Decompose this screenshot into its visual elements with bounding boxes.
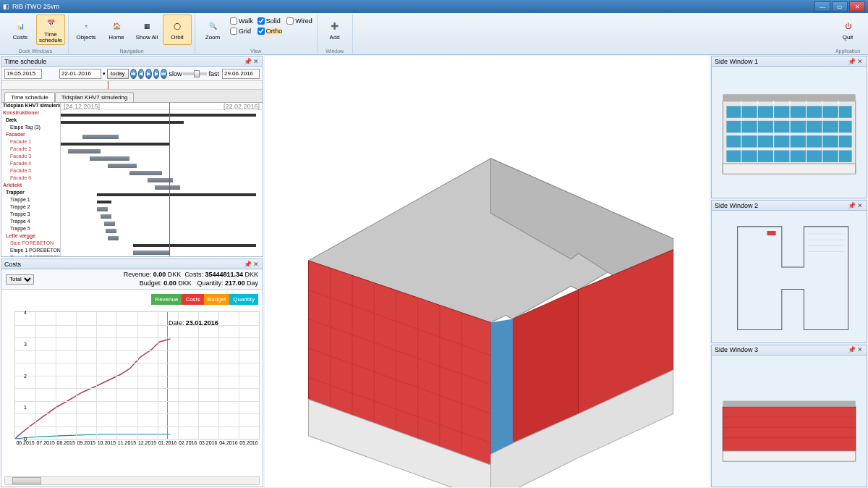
- gantt-row[interactable]: Arkitekt: [1, 182, 60, 190]
- gantt-bar[interactable]: [97, 201, 111, 203]
- gantt-row[interactable]: Stue POREBETON: [1, 240, 60, 248]
- nav-first-button[interactable]: ⏮: [130, 69, 137, 79]
- gantt-row[interactable]: Trappe 4: [1, 219, 60, 226]
- side-view-3[interactable]: [712, 356, 867, 487]
- gantt-row[interactable]: Facade 4: [1, 161, 60, 168]
- gantt-bar[interactable]: [61, 121, 184, 124]
- gantt-bar[interactable]: [97, 193, 256, 196]
- gantt-row[interactable]: Trappe 3: [1, 211, 60, 219]
- close-icon[interactable]: ✕: [252, 58, 260, 65]
- nav-prev-button[interactable]: ◀: [138, 69, 145, 79]
- gantt-bar[interactable]: [133, 251, 169, 255]
- close-icon[interactable]: ✕: [856, 346, 864, 353]
- svg-rect-38: [723, 406, 855, 450]
- wired-checkbox[interactable]: Wired: [286, 17, 312, 25]
- minimize-button[interactable]: —: [814, 1, 830, 12]
- objects-button[interactable]: ▫Objects: [72, 14, 101, 45]
- gantt-bar[interactable]: [82, 135, 119, 139]
- costs-chart[interactable]: RevenueCostsBudgetQuantity Date: 23.01.2…: [1, 290, 263, 487]
- pin-icon[interactable]: 📌: [848, 202, 855, 209]
- maximize-button[interactable]: ▭: [832, 1, 848, 12]
- nav-next-button[interactable]: ▶: [153, 69, 160, 79]
- gantt-bar[interactable]: [106, 229, 116, 233]
- pin-icon[interactable]: 📌: [848, 346, 855, 353]
- add-window-button[interactable]: ➕Add: [320, 14, 349, 45]
- pin-icon[interactable]: 📌: [244, 58, 251, 65]
- total-select[interactable]: Total: [6, 274, 34, 285]
- gantt-bar[interactable]: [108, 164, 137, 168]
- show-all-button[interactable]: ▦Show All: [132, 14, 161, 45]
- gantt-bar[interactable]: [108, 236, 119, 240]
- home-button[interactable]: 🏠Home: [102, 14, 131, 45]
- svg-rect-20: [723, 94, 855, 101]
- gantt-row[interactable]: Facade 5: [1, 168, 60, 175]
- grid-checkbox[interactable]: Grid: [230, 28, 253, 35]
- gantt-row[interactable]: Trappe 1: [1, 197, 60, 204]
- side-window-1: Side Window 1📌✕: [711, 56, 867, 198]
- gantt-row[interactable]: Lette vægge: [1, 233, 60, 240]
- gantt-row[interactable]: Trappe 2: [1, 204, 60, 211]
- nav-play-button[interactable]: ▶: [145, 69, 152, 79]
- horizontal-scrollbar[interactable]: [4, 476, 260, 485]
- close-icon[interactable]: ✕: [856, 202, 864, 209]
- gantt-bar[interactable]: [101, 214, 111, 219]
- pin-icon[interactable]: 📌: [244, 261, 251, 268]
- speed-slider[interactable]: [183, 72, 207, 75]
- gantt-row[interactable]: Trapper: [1, 190, 60, 197]
- gantt-row[interactable]: Trappe 5: [1, 226, 60, 233]
- gantt-tree[interactable]: Tidsplan KHV7 simuleringKonstruktionerDæ…: [1, 103, 61, 256]
- close-icon[interactable]: ✕: [252, 261, 260, 268]
- zoom-icon: 🔍: [205, 19, 220, 33]
- orbit-button[interactable]: ◯Orbit: [163, 14, 192, 45]
- walk-checkbox[interactable]: Walk: [230, 17, 253, 25]
- panel-title: Time schedule: [4, 58, 46, 65]
- nav-last-button[interactable]: ⏭: [161, 69, 167, 79]
- gantt-row[interactable]: Tidsplan KHV7 simulering: [1, 103, 60, 110]
- gantt-bar[interactable]: [155, 185, 180, 190]
- gantt-row[interactable]: Etape 1 POREBETON: [1, 248, 60, 255]
- gantt-row[interactable]: Etape 2 POREBETON: [1, 255, 60, 256]
- costs-stats: Revenue: 0.00 DKK Costs: 35444811.34 DKK…: [124, 271, 258, 287]
- side-view-1[interactable]: [712, 67, 867, 198]
- gantt-row[interactable]: Konstruktioner: [1, 110, 60, 117]
- svg-rect-32: [723, 164, 855, 174]
- gantt-row[interactable]: Dæk: [1, 117, 60, 125]
- quit-button[interactable]: ⏻Quit: [833, 14, 862, 45]
- close-icon[interactable]: ✕: [856, 58, 864, 65]
- gantt-bar[interactable]: [104, 222, 115, 226]
- gantt-bar[interactable]: [61, 114, 256, 117]
- pin-icon[interactable]: 📌: [848, 58, 855, 65]
- time-ruler[interactable]: [1, 81, 263, 90]
- gantt-row[interactable]: Facade 2: [1, 146, 60, 153]
- zoom-button[interactable]: 🔍Zoom: [198, 14, 227, 45]
- gantt-row[interactable]: Facade 3: [1, 153, 60, 161]
- gantt-bar[interactable]: [90, 156, 129, 161]
- bar-chart-icon: 📊: [13, 19, 27, 33]
- gantt-bar[interactable]: [133, 244, 256, 247]
- tab-tidsplan[interactable]: Tidsplan KHV7 simulering: [55, 92, 135, 102]
- gantt-bar[interactable]: [97, 207, 108, 211]
- solid-checkbox[interactable]: Solid: [258, 17, 283, 25]
- costs-button[interactable]: 📊Costs: [6, 14, 35, 45]
- gantt-bar[interactable]: [61, 143, 169, 146]
- ortho-checkbox[interactable]: Ortho: [258, 28, 283, 35]
- gantt-row[interactable]: Facade 1: [1, 139, 60, 146]
- today-button[interactable]: today: [107, 69, 129, 79]
- close-button[interactable]: ✕: [849, 1, 865, 12]
- date-end-input[interactable]: [222, 69, 260, 79]
- date-from-input[interactable]: [4, 69, 42, 79]
- date-to-input[interactable]: [59, 69, 101, 79]
- panel-title: Costs: [4, 261, 21, 268]
- window-title: RIB iTWO 25vm: [12, 3, 59, 10]
- svg-rect-40: [723, 451, 855, 461]
- main-3d-view[interactable]: [265, 56, 710, 487]
- tab-time-schedule[interactable]: Time schedule: [4, 92, 55, 102]
- gantt-row[interactable]: Facade 6: [1, 175, 60, 182]
- gantt-bar[interactable]: [68, 149, 101, 153]
- side-view-2[interactable]: [712, 211, 867, 342]
- gantt-chart[interactable]: [24.12.2015][22.02.2016]: [61, 103, 263, 256]
- gantt-row[interactable]: Facader: [1, 132, 60, 139]
- gantt-row[interactable]: Etape Tag (3): [1, 125, 60, 132]
- time-schedule-button[interactable]: 📅Time schedule: [36, 14, 65, 45]
- gantt-bar[interactable]: [129, 171, 162, 175]
